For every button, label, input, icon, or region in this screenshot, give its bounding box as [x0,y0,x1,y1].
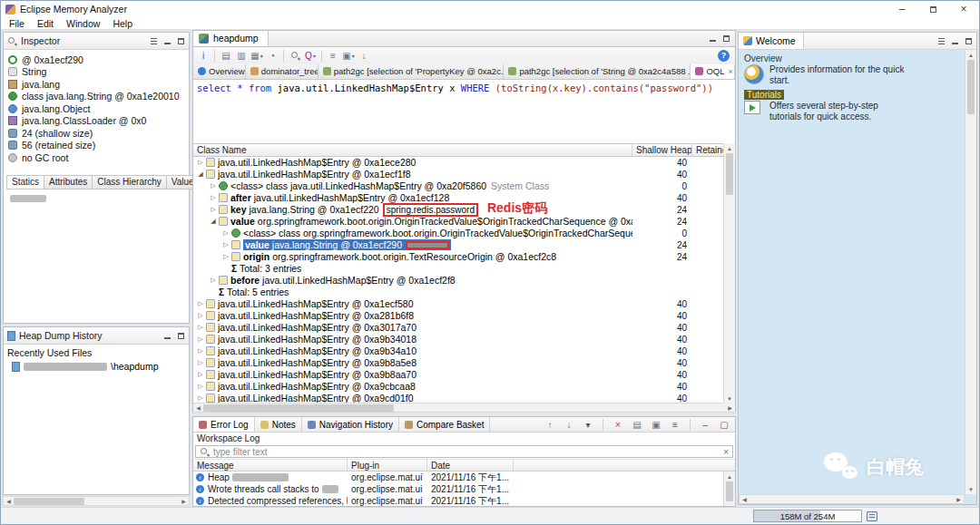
scroll-right-icon[interactable]: ▶ [954,496,964,502]
expand-arrow-icon[interactable]: ▷ [195,359,206,366]
expand-arrow-icon[interactable]: ▷ [195,159,206,166]
tab-error-log[interactable]: Error Log [193,417,255,432]
scroll-up-icon[interactable]: ▲ [965,50,976,60]
minimize-icon[interactable]: – [698,418,712,432]
scroll-right-icon[interactable]: ▶ [179,498,189,504]
horizontal-scrollbar[interactable]: ◀ ▶ [192,403,736,413]
table-row[interactable]: ▷java.util.LinkedHashMap$Entry @ 0xa9b34… [193,345,735,357]
scroll-up-icon[interactable]: ▲ [724,472,735,481]
welcome-link-tutorials[interactable]: Tutorials [744,90,784,100]
menu-file[interactable]: File [3,18,31,29]
table-row[interactable]: ▷java.util.LinkedHashMap$Entry @ 0xa9b8a… [193,357,735,369]
table-row[interactable]: ΣTotal: 3 entries [193,263,735,275]
scrollbar-thumb[interactable] [726,153,733,195]
column-date[interactable]: Date [427,460,514,471]
expand-arrow-icon[interactable]: ▷ [195,312,206,319]
oql-icon[interactable]: Q [303,49,318,63]
welcome-link-overview[interactable]: Overview [744,53,782,63]
result-tab-path2gc[interactable]: path2gc [selection of 'PropertyKey @ 0xa… [318,64,505,79]
inspector-item[interactable]: java.lang [5,78,187,91]
table-row[interactable]: ▷valuejava.lang.String @ 0xa1ecf29024 [193,239,735,251]
result-tab-oql[interactable]: OQL× [691,64,735,79]
expand-arrow-icon[interactable]: ▷ [220,229,231,237]
expand-arrow-icon[interactable]: ▷ [208,194,219,201]
delete-log-icon[interactable]: × [611,418,625,432]
inspector-item[interactable]: String [5,66,187,79]
scrollbar-thumb[interactable] [726,481,733,501]
filter-input[interactable]: type filter text × [195,445,733,458]
close-icon[interactable]: × [948,1,979,17]
tab-navigation-history[interactable]: Navigation History [302,417,399,432]
column-shallow-heap[interactable]: Shallow Heap [632,144,692,156]
heap-status-widget[interactable]: 158M of 254M [753,510,862,522]
result-tab-overview[interactable]: Overview [193,64,246,79]
table-row[interactable]: ▷<class> class java.util.LinkedHashMap$E… [193,180,735,192]
menu-icon[interactable]: ≡ [668,418,682,432]
inspector-item[interactable]: 56 (retained size) [5,140,187,152]
table-row[interactable]: ▷beforejava.util.LinkedHashMap$Entry @ 0… [193,275,735,287]
table-row[interactable]: ▷java.util.LinkedHashMap$Entry @ 0xa281b… [193,310,735,322]
menu-help[interactable]: Help [106,18,139,29]
scroll-left-icon[interactable]: ◀ [740,496,750,502]
expand-arrow-icon[interactable]: ▷ [195,371,206,378]
result-table-header[interactable]: Class Name Shallow Heap Retaine [192,143,736,157]
scrollbar-thumb[interactable] [14,498,84,505]
vertical-scrollbar[interactable]: ▲ ▼ [965,50,976,494]
scroll-down-icon[interactable]: ▼ [965,484,976,494]
scroll-left-icon[interactable]: ◀ [4,498,14,504]
table-row[interactable]: ▷java.util.LinkedHashMap$Entry @ 0xa9b8a… [193,369,735,381]
table-row[interactable]: ◢valueorg.springframework.boot.origin.Or… [193,216,735,228]
expand-arrow-icon[interactable]: ▷ [195,383,206,390]
maximize-icon[interactable]: ▢ [717,418,731,432]
run-gc-icon[interactable] [867,511,877,521]
scroll-down-icon[interactable]: ▼ [724,394,735,403]
export-log-icon[interactable]: ↑ [543,418,557,432]
menu-edit[interactable]: Edit [31,18,60,29]
maximize-icon[interactable] [177,332,185,340]
oql-query-editor[interactable]: select * from java.util.LinkedHashMap$En… [192,80,736,143]
maximize-icon[interactable] [722,34,730,43]
inspector-item[interactable]: no GC root [5,151,187,164]
column-message[interactable]: Message [193,460,348,471]
expand-arrow-icon[interactable]: ▷ [208,206,219,213]
minimize-icon[interactable] [951,37,959,45]
log-row[interactable]: iHeaporg.eclipse.mat.ui2021/11/16 下午1... [193,472,735,483]
pie-chart-icon[interactable]: ◔ [265,49,279,63]
expand-arrow-icon[interactable]: ▷ [195,335,206,343]
histogram-icon[interactable]: ▥ [234,49,249,63]
inspector-item[interactable]: java.lang.Object [5,102,187,115]
scroll-left-icon[interactable]: ◀ [193,404,203,411]
filter-clear-icon[interactable]: × [723,447,729,457]
inspector-item[interactable]: java.lang.ClassLoader @ 0x0 [5,115,187,128]
info-icon[interactable]: i [196,49,211,63]
expand-arrow-icon[interactable]: ▷ [220,241,231,248]
inspector-item[interactable]: class java.lang.String @ 0xa1e20010 [5,91,187,103]
help-icon[interactable]: ? [718,50,730,62]
table-row[interactable]: ▷keyjava.lang.String @ 0xa1ecf220spring.… [193,204,735,216]
table-row[interactable]: ▷java.util.LinkedHashMap$Entry @ 0xa1ecf… [193,298,735,310]
inspector-item[interactable]: 24 (shallow size) [5,127,187,140]
tab-compare-basket[interactable]: Compare Basket [399,417,490,432]
tab-class-hierarchy[interactable]: Class Hierarchy [92,175,167,190]
table-row[interactable]: ▷java.util.LinkedHashMap$Entry @ 0xa1ece… [193,157,735,169]
restore-icon[interactable]: ▣ [649,418,663,432]
heap-dump-file-item[interactable]: \heapdump [4,359,189,372]
result-tab-dominator_tree[interactable]: dominator_tree [246,64,318,79]
table-row[interactable]: ▷java.util.LinkedHashMap$Entry @ 0xa9cbc… [193,381,735,393]
result-tab-path2gc[interactable]: path2gc [selection of 'String @ 0xa2c4a5… [504,64,691,79]
expand-arrow-icon[interactable]: ▷ [220,253,231,260]
thread-icon[interactable]: ≡ [326,49,340,63]
expand-arrow-icon[interactable]: ▷ [195,324,206,331]
table-row[interactable]: ▷<class> class org.springframework.boot.… [193,228,735,239]
tab-statics[interactable]: Statics [6,175,44,190]
dropdown-icon[interactable]: ▾ [581,418,595,432]
scrollbar-thumb[interactable] [203,404,394,412]
tab-welcome[interactable]: Welcome [739,33,804,49]
collapse-arrow-icon[interactable]: ◢ [195,170,206,178]
table-row[interactable]: ◢java.util.LinkedHashMap$Entry @ 0xa1ecf… [193,169,735,180]
inspector-item[interactable]: @ 0xa1ecf290 [5,53,187,66]
table-row[interactable]: ▷java.util.LinkedHashMap$Entry @ 0xa3017… [193,322,735,334]
minimize-icon[interactable] [163,332,172,340]
group-icon[interactable]: ▣ [341,49,356,63]
expand-arrow-icon[interactable]: ▷ [208,182,219,190]
